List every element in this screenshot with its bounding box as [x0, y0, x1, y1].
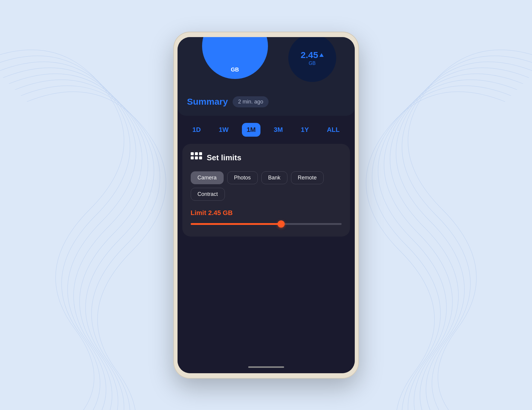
slider-container[interactable] — [191, 221, 342, 227]
phone-frame: GB 2.45 GB Summary 2 min. ago 1D 1 — [173, 32, 359, 379]
grid-icon — [191, 152, 202, 164]
summary-label: Summary — [187, 97, 228, 107]
grid-dot-6 — [199, 156, 202, 159]
limit-label: Limit 2.45 GB — [191, 209, 342, 217]
slider-fill — [191, 223, 281, 225]
summary-row: Summary 2 min. ago — [187, 93, 345, 107]
time-badge: 2 min. ago — [233, 96, 269, 107]
period-btn-1w[interactable]: 1W — [214, 123, 234, 137]
period-btn-1y[interactable]: 1Y — [296, 123, 314, 137]
chip-remote[interactable]: Remote — [291, 171, 324, 184]
small-circle-unit: GB — [309, 61, 316, 66]
grid-dot-4 — [191, 156, 194, 159]
big-circle-label: GB — [231, 67, 239, 73]
grid-dot-3 — [199, 152, 202, 155]
chip-contract[interactable]: Contract — [191, 188, 225, 201]
bottom-area — [178, 237, 355, 364]
up-arrow-icon — [319, 53, 324, 57]
top-card: GB 2.45 GB Summary 2 min. ago — [178, 37, 355, 116]
period-selector: 1D 1W 1M 3M 1Y ALL — [178, 116, 355, 144]
chip-camera[interactable]: Camera — [191, 171, 224, 184]
limits-header: Set limits — [191, 152, 342, 164]
limits-title: Set limits — [207, 153, 242, 162]
big-circle: GB — [202, 37, 268, 79]
period-btn-all[interactable]: ALL — [322, 123, 345, 137]
chips-container: Camera Photos Bank Remote Contract — [191, 171, 342, 201]
period-btn-3m[interactable]: 3M — [269, 123, 288, 137]
period-btn-1m[interactable]: 1M — [242, 123, 261, 137]
home-indicator — [248, 366, 284, 368]
chip-photos[interactable]: Photos — [227, 171, 258, 184]
chip-bank[interactable]: Bank — [261, 171, 287, 184]
grid-dot-1 — [191, 152, 194, 155]
slider-thumb[interactable] — [278, 220, 285, 228]
phone-screen: GB 2.45 GB Summary 2 min. ago 1D 1 — [178, 37, 355, 373]
circles-area: GB 2.45 GB — [187, 37, 345, 85]
grid-dot-2 — [195, 152, 198, 155]
limits-card: Set limits Camera Photos Bank Remote Con… — [182, 144, 350, 237]
small-circle-value: 2.45 — [301, 50, 323, 60]
bottom-bar-area — [178, 364, 355, 373]
small-circle: 2.45 GB — [288, 37, 336, 82]
grid-dot-5 — [195, 156, 198, 159]
period-btn-1d[interactable]: 1D — [188, 123, 206, 137]
